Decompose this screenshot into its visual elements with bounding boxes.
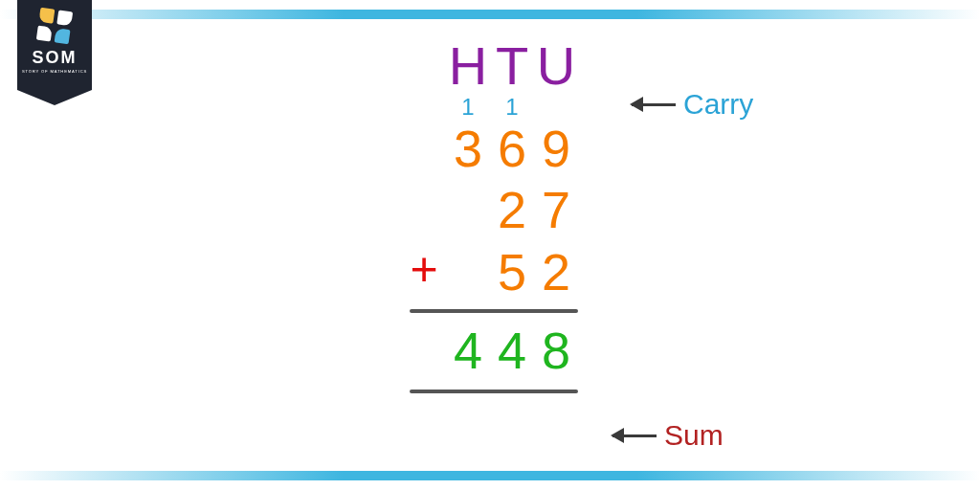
logo-mark-icon bbox=[36, 8, 73, 44]
sum-annotation: Sum bbox=[612, 419, 724, 452]
arrow-left-icon bbox=[632, 103, 676, 106]
plus-sign: + bbox=[410, 242, 437, 301]
carry-annotation: Carry bbox=[632, 88, 753, 121]
sum-hundreds: 4 bbox=[454, 321, 482, 380]
sum-tens: 4 bbox=[498, 321, 526, 380]
carry-label: Carry bbox=[683, 88, 753, 121]
addition-diagram: . H T U . 1 1 . . 3 6 9 . 2 7 + 5 2 . 4 … bbox=[402, 38, 578, 399]
addend1-hundreds: 3 bbox=[454, 119, 482, 178]
addend3-units: 2 bbox=[542, 242, 570, 301]
header-units: U bbox=[537, 38, 575, 95]
header-tens: T bbox=[496, 38, 528, 95]
bottom-accent-bar bbox=[0, 471, 980, 480]
addend3-tens: 5 bbox=[498, 242, 526, 301]
addend2-tens: 2 bbox=[498, 180, 526, 239]
sum-units: 8 bbox=[542, 321, 570, 380]
carry-hundreds: 1 bbox=[461, 97, 474, 118]
rule-bottom bbox=[410, 390, 578, 393]
header-hundreds: H bbox=[449, 38, 487, 95]
addend2-units: 7 bbox=[542, 180, 570, 239]
logo-subtext: STORY OF MATHEMATICS bbox=[22, 69, 87, 74]
top-accent-bar bbox=[0, 10, 980, 19]
addend1-tens: 6 bbox=[498, 119, 526, 178]
logo-text: SOM bbox=[32, 48, 77, 68]
sum-label: Sum bbox=[664, 419, 724, 452]
carry-tens: 1 bbox=[505, 97, 518, 118]
logo-badge: SOM STORY OF MATHEMATICS bbox=[17, 0, 92, 90]
addend1-units: 9 bbox=[542, 119, 570, 178]
arrow-left-icon bbox=[612, 434, 657, 437]
rule-top bbox=[410, 309, 578, 313]
